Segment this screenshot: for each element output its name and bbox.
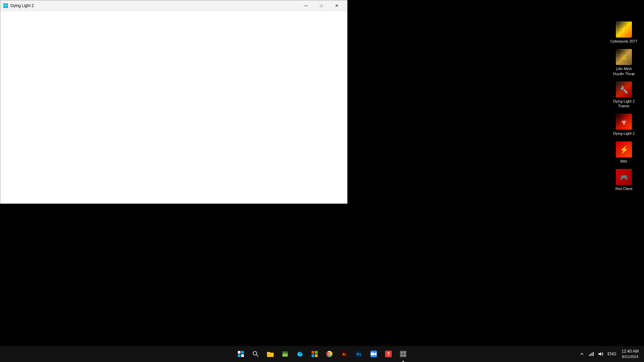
svg-rect-43 [404, 354, 406, 357]
svg-rect-42 [400, 354, 403, 357]
svg-text:☣: ☣ [621, 118, 627, 126]
start-button[interactable] [234, 347, 248, 361]
sound-icon [598, 352, 603, 356]
windows-logo-icon [3, 3, 8, 8]
svg-rect-44 [589, 355, 590, 356]
desktop-icon-blitz[interactable]: ⚡ Blitz [609, 140, 639, 165]
zoom-icon [370, 351, 377, 357]
desktop: Dying Light 2 — □ ✕ ⚡ Cybe [0, 0, 644, 362]
svg-rect-23 [315, 351, 318, 354]
taskbar-center: ↓ [234, 347, 410, 361]
minimize-button[interactable]: — [298, 0, 314, 11]
start-windows-icon [238, 351, 244, 357]
network-icon [589, 352, 594, 356]
taskbar-right: ENG 12:40 AM 8/21/2024 [578, 349, 641, 359]
downloads-icon: ↓ [282, 351, 288, 357]
language-indicator[interactable]: ENG [607, 352, 616, 356]
dl2trainer-label: Dying Light 2 Trainer [610, 99, 638, 109]
window-title: Dying Light 2 [10, 3, 34, 8]
svg-text:?: ? [387, 351, 390, 357]
svg-text:🎮: 🎮 [620, 173, 628, 181]
titlebar: Dying Light 2 — □ ✕ [0, 0, 347, 11]
svg-text:⚡: ⚡ [620, 25, 629, 34]
chrome-button[interactable] [323, 347, 336, 361]
riot-art: 🎮 [616, 169, 632, 185]
clock-date: 8/21/2024 [622, 354, 638, 359]
maximize-button[interactable]: □ [314, 0, 329, 11]
svg-rect-22 [312, 351, 314, 354]
zoom-button[interactable] [367, 347, 380, 361]
blitz-icon-image: ⚡ [616, 141, 632, 158]
edge-button[interactable] [293, 347, 307, 361]
svg-text:🔧: 🔧 [620, 86, 628, 94]
titlebar-left: Dying Light 2 [3, 3, 34, 8]
dl2-label: Dying Light 2 [613, 131, 635, 136]
downloads-button[interactable]: ↓ [278, 347, 292, 361]
blitz-art: ⚡ [616, 141, 632, 158]
dl2-icon-image: ☣ [616, 114, 632, 130]
systray [578, 350, 605, 358]
svg-text:⚔: ⚔ [621, 53, 627, 61]
help-icon: ? [385, 351, 392, 357]
help-button[interactable]: ? [382, 347, 395, 361]
app-window: Dying Light 2 — □ ✕ [0, 0, 347, 204]
svg-rect-46 [592, 353, 592, 356]
svg-text:Ps: Ps [357, 352, 361, 356]
svg-point-29 [329, 353, 330, 355]
taskbar-clock[interactable]: 12:40 AM 8/21/2024 [619, 349, 641, 359]
desktop-icon-dl2[interactable]: ☣ Dying Light 2 [609, 112, 639, 137]
lmht-art: ⚔ [616, 49, 632, 65]
edge-icon [297, 351, 303, 357]
dl2trainer-art: 🔧 [616, 81, 632, 98]
lmht-icon-image: ⚔ [616, 49, 632, 65]
titlebar-controls: — □ ✕ [298, 0, 344, 11]
blitz-label: Blitz [621, 159, 628, 164]
svg-rect-16 [267, 352, 270, 353]
microsoft-store-icon [311, 351, 318, 357]
dl2-art: ☣ [616, 114, 632, 130]
svg-point-12 [253, 352, 257, 355]
riot-icon-image: 🎮 [616, 169, 632, 185]
close-button[interactable]: ✕ [329, 0, 344, 11]
desktop-icon-lmht[interactable]: ⚔ Liên Minh Huyền Thoại [609, 48, 639, 77]
file-explorer-button[interactable] [264, 347, 277, 361]
svg-rect-41 [404, 351, 406, 354]
search-icon [252, 351, 259, 357]
systray-sound[interactable] [597, 350, 605, 358]
clock-time: 12:40 AM [622, 349, 639, 354]
svg-rect-47 [593, 352, 594, 356]
illustrator-icon: Ai [341, 351, 347, 357]
svg-marker-48 [598, 352, 601, 356]
running-app-icon [400, 351, 407, 357]
desktop-icon-cyberpunk2077[interactable]: ⚡ Cyberpunk 2077 [609, 20, 639, 45]
desktop-icon-riot[interactable]: 🎮 Riot Client [609, 168, 639, 192]
dl2trainer-icon-image: 🔧 [616, 81, 632, 98]
chrome-icon [326, 351, 333, 357]
svg-rect-40 [400, 351, 403, 354]
illustrator-button[interactable]: Ai [337, 347, 351, 361]
search-button[interactable] [249, 347, 262, 361]
cyberpunk-icon-image: ⚡ [616, 21, 632, 38]
systray-network[interactable] [587, 350, 595, 358]
microsoft-store-button[interactable] [308, 347, 321, 361]
svg-text:↓: ↓ [284, 353, 286, 356]
systray-chevron[interactable] [578, 350, 586, 358]
photoshop-button[interactable]: Ps [352, 347, 366, 361]
file-explorer-icon [267, 351, 274, 357]
lmht-label: Liên Minh Huyền Thoại [610, 66, 638, 76]
running-app-button[interactable] [396, 347, 410, 361]
svg-rect-35 [371, 353, 374, 355]
taskbar: ↓ [0, 346, 644, 362]
window-content [0, 11, 347, 203]
desktop-icon-dl2trainer[interactable]: 🔧 Dying Light 2 Trainer [609, 80, 639, 110]
svg-text:Ai: Ai [342, 352, 346, 356]
svg-rect-24 [312, 354, 314, 357]
cyberpunk-art: ⚡ [616, 21, 632, 38]
desktop-icons-area: ⚡ Cyberpunk 2077 ⚔ Liên Minh Huyền Thoại [604, 20, 644, 192]
cyberpunk-label: Cyberpunk 2077 [610, 39, 638, 44]
svg-rect-25 [315, 354, 318, 357]
svg-rect-45 [590, 354, 591, 356]
svg-text:⚡: ⚡ [620, 145, 629, 154]
riot-label: Riot Client [615, 186, 633, 191]
photoshop-icon: Ps [356, 351, 362, 357]
